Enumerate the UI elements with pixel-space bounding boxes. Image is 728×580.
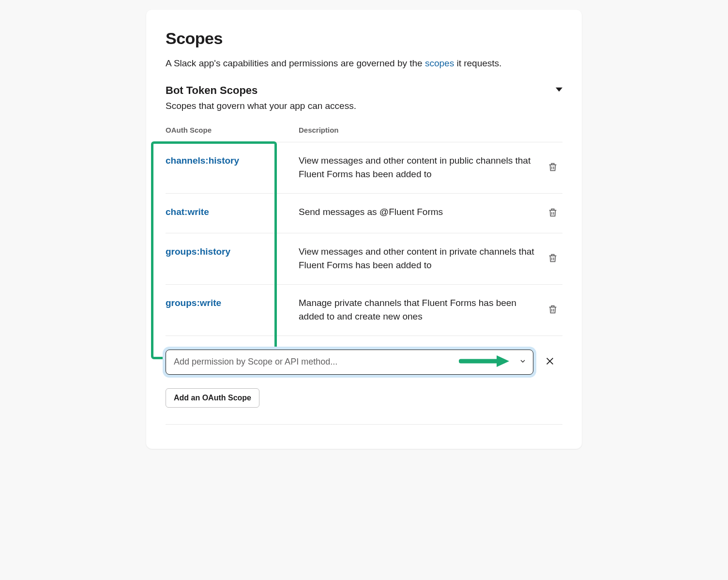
delete-scope-button[interactable] <box>546 160 560 176</box>
intro-text: A Slack app's capabilities and permissio… <box>166 57 562 71</box>
scope-description: View messages and other content in publi… <box>299 154 543 182</box>
table-row: channels:history View messages and other… <box>166 142 562 194</box>
scope-description: View messages and other content in priva… <box>299 245 543 273</box>
add-permission-combobox[interactable]: Add permission by Scope or API method... <box>166 350 533 375</box>
scope-description: Manage private channels that Fluent Form… <box>299 296 543 324</box>
table-row: groups:write Manage private channels tha… <box>166 285 562 336</box>
divider <box>166 424 562 425</box>
delete-scope-button[interactable] <box>546 205 560 221</box>
caret-down-icon[interactable] <box>556 86 562 95</box>
delete-scope-button[interactable] <box>546 302 560 318</box>
scope-link[interactable]: groups:write <box>166 298 221 308</box>
intro-pre: A Slack app's capabilities and permissio… <box>166 58 425 68</box>
trash-icon <box>547 304 558 316</box>
section-title: Bot Token Scopes <box>166 84 258 97</box>
trash-icon <box>547 162 558 174</box>
combo-placeholder: Add permission by Scope or API method... <box>174 357 337 367</box>
intro-post: it requests. <box>454 58 501 68</box>
chevron-down-icon <box>519 357 527 367</box>
scope-description: Send messages as @Fluent Forms <box>299 205 543 221</box>
cancel-add-button[interactable] <box>542 354 558 370</box>
scopes-card: Scopes A Slack app's capabilities and pe… <box>146 10 582 449</box>
close-icon <box>545 356 555 368</box>
section-header-row: Bot Token Scopes <box>166 84 562 97</box>
add-permission-combo-wrap: Add permission by Scope or API method... <box>166 350 533 375</box>
scopes-table: OAuth Scope Description channels:history… <box>166 126 562 336</box>
col-header-description: Description <box>299 126 543 134</box>
scope-link[interactable]: groups:history <box>166 246 230 257</box>
delete-scope-button[interactable] <box>546 251 560 267</box>
col-header-scope: OAuth Scope <box>166 126 299 134</box>
add-permission-row: Add permission by Scope or API method... <box>166 350 562 375</box>
scope-link[interactable]: chat:write <box>166 207 209 217</box>
table-row: chat:write Send messages as @Fluent Form… <box>166 194 562 233</box>
table-header: OAuth Scope Description <box>166 126 562 142</box>
section-subtitle: Scopes that govern what your app can acc… <box>166 101 562 111</box>
trash-icon <box>547 253 558 265</box>
page-title: Scopes <box>166 29 562 48</box>
scope-link[interactable]: channels:history <box>166 155 239 166</box>
add-oauth-scope-button[interactable]: Add an OAuth Scope <box>166 388 259 408</box>
table-row: groups:history View messages and other c… <box>166 233 562 285</box>
trash-icon <box>547 207 558 219</box>
scopes-link[interactable]: scopes <box>425 58 454 68</box>
